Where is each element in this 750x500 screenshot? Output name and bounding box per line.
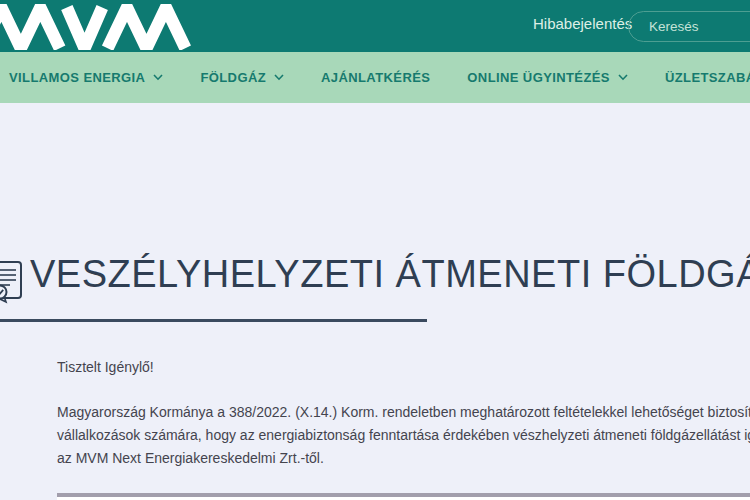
nav-item-label: FÖLDGÁZ [200,70,266,85]
paragraph-line: az MVM Next Energiakereskedelmi Zrt.-től… [57,447,750,470]
chevron-down-icon [618,74,628,81]
mvm-logo-icon [0,4,196,50]
form-card: Általános adatok Cég neve/Intézmény neve… [57,493,750,500]
nav-item-foldgaz[interactable]: FÖLDGÁZ [200,70,284,85]
nav-item-online-ugyintezes[interactable]: ONLINE ÜGYINTÉZÉS [467,70,628,85]
nav-item-ajanlatkeres[interactable]: AJÁNLATKÉRÉS [321,70,430,85]
greeting-text: Tisztelt Igénylő! [57,359,154,375]
header-bar: Hibabejelentés Keresés [0,0,750,52]
intro-paragraph: Magyarország Kormánya a 388/2022. (X.14.… [57,401,750,470]
search-label: Keresés [649,19,699,34]
main-nav: VILLAMOS ENERGIA FÖLDGÁZ AJÁNLATKÉRÉS ON… [0,52,750,103]
mvm-logo[interactable] [0,4,196,54]
document-check-icon [0,260,24,308]
paragraph-line: Magyarország Kormánya a 388/2022. (X.14.… [57,401,750,424]
search-input[interactable]: Keresés [628,11,750,42]
main-content: VESZÉLYHELYZETI ÁTMENETI FÖLDGÁZELLÁTÁS … [0,103,750,500]
page-title: VESZÉLYHELYZETI ÁTMENETI FÖLDGÁZELLÁTÁS [30,253,750,296]
title-underline [0,319,427,322]
nav-item-label: ONLINE ÜGYINTÉZÉS [467,70,610,85]
nav-item-label: ÜZLETSZABÁLYZATOK [665,70,750,85]
paragraph-line: vállalkozások számára, hogy az energiabi… [57,424,750,447]
nav-item-label: AJÁNLATKÉRÉS [321,70,430,85]
page: Hibabejelentés Keresés VILLAMOS ENERGIA … [0,0,750,500]
fault-report-link[interactable]: Hibabejelentés [533,15,632,32]
chevron-down-icon [274,74,284,81]
nav-item-uzletszabalyzatok[interactable]: ÜZLETSZABÁLYZATOK [665,70,750,85]
nav-item-villamos-energia[interactable]: VILLAMOS ENERGIA [9,70,163,85]
chevron-down-icon [153,74,163,81]
nav-item-label: VILLAMOS ENERGIA [9,70,145,85]
